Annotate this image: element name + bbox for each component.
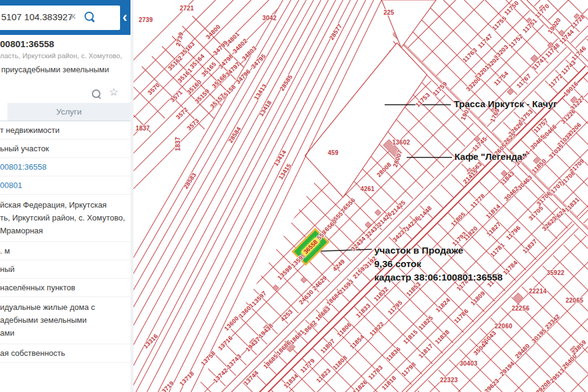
list-item-cadnum-link[interactable]: 00801:36558 (0, 158, 130, 176)
preview-icon[interactable] (92, 89, 100, 98)
list-item[interactable]: ный (0, 260, 130, 279)
search-value[interactable]: 5107 104.383927 (1, 12, 73, 22)
list-item-address[interactable]: йская Федерация, Иркутская ть, Иркутский… (0, 195, 130, 242)
collapse-panel-icon[interactable]: ‹ (123, 9, 127, 26)
list-item[interactable]: ьный участок (0, 140, 130, 158)
search-icon[interactable] (85, 12, 94, 21)
clear-search-icon[interactable]: × (70, 10, 77, 23)
favorite-star-icon[interactable]: ☆ (109, 86, 118, 98)
title-action-icons: ☆ (92, 87, 129, 99)
list-item[interactable]: ая собственность (0, 344, 130, 363)
sidebar-tabs: Услуги (0, 103, 130, 121)
attribute-list: т недвижимости ьный участок 00801:36558 … (0, 121, 130, 363)
list-item[interactable]: . м (0, 242, 130, 260)
list-item[interactable]: т недвижимости (0, 121, 130, 140)
parcel-title: 00801:36558 (0, 39, 54, 49)
sidebar-scrollbar[interactable] (130, 0, 134, 392)
parcel-usage-short: приусадебными земельными (1, 65, 109, 74)
list-item-quarter-link[interactable]: 00801 (0, 176, 130, 195)
parcel-address-short: ласть, Иркутский район, с. Хомутово, (0, 52, 122, 59)
list-item[interactable]: населённых пунктов (0, 279, 130, 297)
cadastral-map-app: 2721273930422739348003480134802348033479… (0, 0, 588, 392)
tab-services[interactable]: Услуги (7, 103, 130, 121)
sidebar-header: 5107 104.383927 × ‹ (0, 0, 130, 35)
info-sidebar: 5107 104.383927 × ‹ 00801:36558 ласть, И… (0, 0, 130, 392)
list-item-permitted-use[interactable]: идуальные жилые дома с адебными земельны… (0, 297, 130, 344)
search-input[interactable]: 5107 104.383927 × (0, 6, 120, 30)
